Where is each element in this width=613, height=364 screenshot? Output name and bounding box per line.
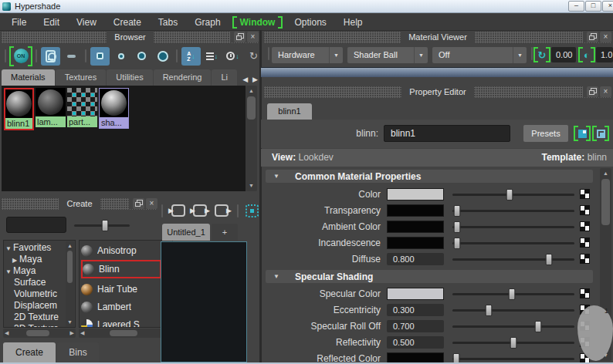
sort-alphabetical-button[interactable]: AZ ↓ [181,47,201,66]
create-panel-header[interactable]: Create × [2,198,157,210]
graph-output-connections-button[interactable]: ▶ [213,204,230,217]
material-viewer-viewport[interactable] [261,67,613,77]
attr-slider[interactable] [452,293,574,295]
material-item-layered-shader[interactable]: Layered S [81,316,161,328]
environment-dropdown[interactable]: Off▼ [432,47,527,63]
tab-bins[interactable]: Bins [57,342,99,362]
material-item-lambert[interactable]: Lambert [81,298,161,315]
sort-by-type-button[interactable]: ↓ [202,47,222,66]
graph-input-connections-button[interactable]: ▶ [170,204,187,217]
create-material-list[interactable]: Anisotrop Blinn Hair Tube Lambert Layere… [79,240,173,328]
maximize-button[interactable]: □ [585,1,601,12]
scroll-left-icon[interactable]: ◀ [80,329,84,338]
material-item-hair-tube[interactable]: Hair Tube [81,281,161,298]
texture-map-button[interactable] [580,221,590,231]
swatch-area-scrollbar[interactable]: ▲ ▼ [246,86,257,191]
texture-map-button[interactable] [580,189,590,199]
attr-slider[interactable] [452,226,574,228]
sort-by-time-button[interactable]: ↓ [223,47,242,66]
section-specular-shading[interactable]: ▼ Specular Shading [266,270,593,283]
clear-graph-button[interactable] [246,204,259,217]
tear-off-copy-icon[interactable] [593,126,608,140]
tab-lights[interactable]: Li [212,69,237,86]
tab-create[interactable]: Create [3,342,56,362]
swatch-blinn1-selected[interactable]: blinn1 [4,88,34,130]
value-field[interactable]: 0.300 [387,304,444,316]
tree-item-3d-texture[interactable]: 3D Texture [4,323,75,328]
swatch-shader[interactable]: sha... [99,88,129,129]
attr-slider[interactable] [452,325,574,328]
scrollbar-thumb[interactable] [110,330,137,336]
browser-panel-header[interactable]: Browser × [2,32,259,43]
menu-create[interactable]: Create [105,17,150,28]
swatch-size-medium-button[interactable] [111,47,130,66]
material-item-blinn-selected[interactable]: Blinn [81,260,161,278]
material-item-anisotropic[interactable]: Anisotrop [81,242,161,259]
collapsed-icon[interactable]: ▶ [10,257,19,264]
color-swatch[interactable] [387,237,444,249]
color-swatch[interactable] [387,288,444,300]
tree-item-displacement[interactable]: Displacem [4,300,75,312]
pe-float-button[interactable] [587,86,598,97]
list-view-button[interactable] [62,47,81,66]
exposure-icon[interactable]: ◐ [579,48,594,62]
tab-blinn1[interactable]: blinn1 [267,103,312,120]
browser-close-button[interactable]: × [247,32,259,42]
scroll-up-icon[interactable]: ▲ [600,170,611,177]
swatch-particle[interactable]: part... [67,88,97,127]
tab-scroll-left-icon[interactable]: ◀ [242,76,248,83]
menu-window-highlighted[interactable]: Window [233,17,283,28]
geometry-dropdown[interactable]: Shader Ball▼ [347,47,428,63]
tab-utilities[interactable]: Utilities [107,69,152,86]
tree-scrollbar[interactable]: ▲ ▼ [66,241,74,327]
large-swatch-view-button[interactable] [41,47,60,66]
collapse-icon[interactable]: ▼ [272,273,281,280]
scrollbar-thumb[interactable] [601,179,610,225]
swatch-size-slider[interactable] [74,224,130,227]
scrollbar-thumb[interactable] [247,96,256,120]
expanded-icon[interactable]: ▼ [4,245,13,252]
create-filter-input[interactable] [6,217,66,233]
scroll-right-icon[interactable]: ▶ [70,329,74,338]
color-swatch[interactable] [387,221,444,233]
tab-untitled-1[interactable]: Untitled_1 [162,224,210,241]
attr-slider[interactable] [452,210,574,212]
create-float-button[interactable] [133,198,144,209]
tab-rendering[interactable]: Rendering [154,69,212,86]
scroll-up-icon[interactable]: ▲ [246,87,257,95]
scroll-down-icon[interactable]: ▼ [66,318,74,326]
pe-close-button[interactable]: × [600,86,611,97]
expanded-icon[interactable]: ▼ [4,268,13,275]
menu-tabs[interactable]: Tabs [150,17,186,28]
color-swatch[interactable] [387,188,444,201]
tree-item-surface[interactable]: Surface [4,277,75,288]
scrollbar-thumb[interactable] [67,251,73,283]
texture-map-button[interactable] [580,288,590,298]
scroll-down-icon[interactable]: ▼ [246,182,257,190]
material-swatch-area[interactable]: blinn1 lam... part... sha... [2,86,246,191]
rotation-value-field[interactable]: 0.00 [551,47,576,62]
slider-handle[interactable] [506,189,513,201]
exposure-value-field[interactable]: 1.0 [596,47,613,62]
tree-hscrollbar[interactable]: ◀ ▶ [3,329,76,338]
copy-tab-icon[interactable] [574,126,590,140]
menu-edit[interactable]: Edit [35,17,68,28]
mv-close-button[interactable]: × [600,32,611,42]
menu-options[interactable]: Options [286,17,334,28]
environment-rotation-icon[interactable]: ↻ [534,48,550,62]
scrollbar-thumb[interactable] [26,330,49,336]
tab-materials[interactable]: Materials [2,69,55,86]
scroll-up-icon[interactable]: ▲ [66,242,74,250]
minimize-button[interactable]: – [568,1,584,12]
mv-float-button[interactable] [587,32,598,42]
slider-handle[interactable] [545,254,552,265]
node-editor-canvas[interactable] [161,241,247,362]
tab-scroll-right-icon[interactable]: ▶ [252,76,258,83]
scroll-left-icon[interactable]: ◀ [5,329,8,338]
tree-item-volumetric[interactable]: Volumetric [4,288,75,300]
presets-button[interactable]: Presets [523,125,568,142]
create-category-tree[interactable]: ▼Favorites ▶Maya ▼Maya Surface Volumetri… [3,240,76,328]
tree-item-favorites[interactable]: ▼Favorites [4,242,75,254]
tree-item-maya-fav[interactable]: ▶Maya [4,254,75,265]
browser-float-button[interactable] [234,32,246,42]
